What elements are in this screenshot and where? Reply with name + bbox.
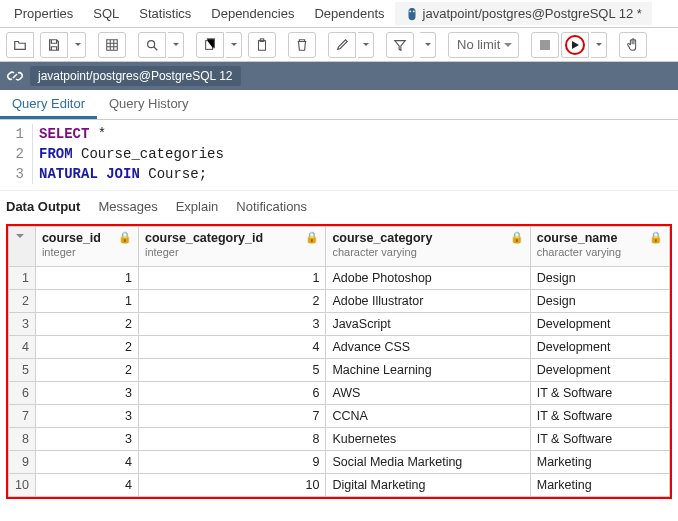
cell[interactable]: 9 <box>138 451 325 474</box>
cell[interactable]: Adobe Photoshop <box>326 267 530 290</box>
open-file-button[interactable] <box>6 32 34 58</box>
rownum-cell[interactable]: 1 <box>9 267 36 290</box>
save-button[interactable] <box>40 32 68 58</box>
cell[interactable]: Adobe Illustrator <box>326 290 530 313</box>
cell[interactable]: 1 <box>138 267 325 290</box>
grid-button[interactable] <box>98 32 126 58</box>
execute-button[interactable] <box>561 32 589 58</box>
cell[interactable]: 2 <box>35 336 138 359</box>
rownum-cell[interactable]: 7 <box>9 405 36 428</box>
table-row[interactable]: 838KubernetesIT & Software <box>9 428 670 451</box>
filter-dropdown[interactable] <box>420 32 436 58</box>
cell[interactable]: 3 <box>35 405 138 428</box>
table-row[interactable]: 525Machine LearningDevelopment <box>9 359 670 382</box>
cell[interactable]: Development <box>530 313 669 336</box>
rownum-cell[interactable]: 3 <box>9 313 36 336</box>
cell[interactable]: 8 <box>138 428 325 451</box>
result-grid[interactable]: 🔒course_idinteger 🔒course_category_idint… <box>8 226 670 497</box>
cell[interactable]: IT & Software <box>530 405 669 428</box>
cell[interactable]: 5 <box>138 359 325 382</box>
connection-label[interactable]: javatpoint/postgres@PostgreSQL 12 <box>30 66 241 86</box>
rownum-cell[interactable]: 4 <box>9 336 36 359</box>
cell[interactable]: Development <box>530 336 669 359</box>
cell[interactable]: 2 <box>35 359 138 382</box>
tab-notifications[interactable]: Notifications <box>236 199 307 214</box>
cell[interactable]: Design <box>530 290 669 313</box>
filter-button[interactable] <box>386 32 414 58</box>
save-dropdown[interactable] <box>70 32 86 58</box>
cell[interactable]: Development <box>530 359 669 382</box>
cell[interactable]: Machine Learning <box>326 359 530 382</box>
cell[interactable]: Digital Marketing <box>326 474 530 497</box>
cell[interactable]: CCNA <box>326 405 530 428</box>
stop-button[interactable] <box>531 32 559 58</box>
search-button[interactable] <box>138 32 166 58</box>
cell[interactable]: Marketing <box>530 451 669 474</box>
cell[interactable]: Kubernetes <box>326 428 530 451</box>
copy-button[interactable] <box>196 32 224 58</box>
table-row[interactable]: 636AWSIT & Software <box>9 382 670 405</box>
col-header-course-id[interactable]: 🔒course_idinteger <box>35 227 138 267</box>
rownum-cell[interactable]: 2 <box>9 290 36 313</box>
cell[interactable]: 6 <box>138 382 325 405</box>
cell[interactable]: 3 <box>138 313 325 336</box>
cell[interactable]: 3 <box>35 428 138 451</box>
cell[interactable]: 4 <box>35 474 138 497</box>
execute-dropdown[interactable] <box>591 32 607 58</box>
tab-properties[interactable]: Properties <box>4 2 83 25</box>
rownum-cell[interactable]: 10 <box>9 474 36 497</box>
cell[interactable]: 10 <box>138 474 325 497</box>
rownum-cell[interactable]: 6 <box>9 382 36 405</box>
cell[interactable]: 7 <box>138 405 325 428</box>
cell[interactable]: 2 <box>138 290 325 313</box>
tab-explain[interactable]: Explain <box>176 199 219 214</box>
tab-query-file[interactable]: javatpoint/postgres@PostgreSQL 12 * <box>395 2 652 25</box>
tab-dependencies[interactable]: Dependencies <box>201 2 304 25</box>
cell[interactable]: 3 <box>35 382 138 405</box>
table-row[interactable]: 212Adobe IllustratorDesign <box>9 290 670 313</box>
copy-dropdown[interactable] <box>226 32 242 58</box>
cell[interactable]: JavaScript <box>326 313 530 336</box>
tab-sql[interactable]: SQL <box>83 2 129 25</box>
rownum-cell[interactable]: 5 <box>9 359 36 382</box>
table-row[interactable]: 111Adobe PhotoshopDesign <box>9 267 670 290</box>
tab-data-output[interactable]: Data Output <box>6 199 80 214</box>
rownum-header[interactable] <box>9 227 36 267</box>
cell[interactable]: 4 <box>138 336 325 359</box>
tab-messages[interactable]: Messages <box>98 199 157 214</box>
cell[interactable]: 1 <box>35 267 138 290</box>
editor-tabs: Query Editor Query History <box>0 90 678 120</box>
tab-statistics[interactable]: Statistics <box>129 2 201 25</box>
col-header-course-category[interactable]: 🔒course_categorycharacter varying <box>326 227 530 267</box>
col-header-course-name[interactable]: 🔒course_namecharacter varying <box>530 227 669 267</box>
tab-query-editor[interactable]: Query Editor <box>0 90 97 119</box>
paste-button[interactable] <box>248 32 276 58</box>
cell[interactable]: Social Media Marketing <box>326 451 530 474</box>
table-row[interactable]: 424Advance CSSDevelopment <box>9 336 670 359</box>
cell[interactable]: IT & Software <box>530 428 669 451</box>
rownum-cell[interactable]: 8 <box>9 428 36 451</box>
code-editor[interactable]: 123 SELECT * FROM Course_categories NATU… <box>0 120 678 190</box>
edit-dropdown[interactable] <box>358 32 374 58</box>
cell[interactable]: Advance CSS <box>326 336 530 359</box>
cell[interactable]: Design <box>530 267 669 290</box>
cell[interactable]: Marketing <box>530 474 669 497</box>
cell[interactable]: 4 <box>35 451 138 474</box>
col-header-course-category-id[interactable]: 🔒course_category_idinteger <box>138 227 325 267</box>
cell[interactable]: 1 <box>35 290 138 313</box>
search-dropdown[interactable] <box>168 32 184 58</box>
hand-button[interactable] <box>619 32 647 58</box>
table-row[interactable]: 323JavaScriptDevelopment <box>9 313 670 336</box>
cell[interactable]: AWS <box>326 382 530 405</box>
cell[interactable]: 2 <box>35 313 138 336</box>
table-row[interactable]: 949Social Media MarketingMarketing <box>9 451 670 474</box>
cell[interactable]: IT & Software <box>530 382 669 405</box>
tab-query-history[interactable]: Query History <box>97 90 200 119</box>
edit-button[interactable] <box>328 32 356 58</box>
tab-dependents[interactable]: Dependents <box>304 2 394 25</box>
limit-select[interactable]: No limit <box>448 32 519 58</box>
table-row[interactable]: 10410Digital MarketingMarketing <box>9 474 670 497</box>
rownum-cell[interactable]: 9 <box>9 451 36 474</box>
delete-button[interactable] <box>288 32 316 58</box>
table-row[interactable]: 737CCNAIT & Software <box>9 405 670 428</box>
